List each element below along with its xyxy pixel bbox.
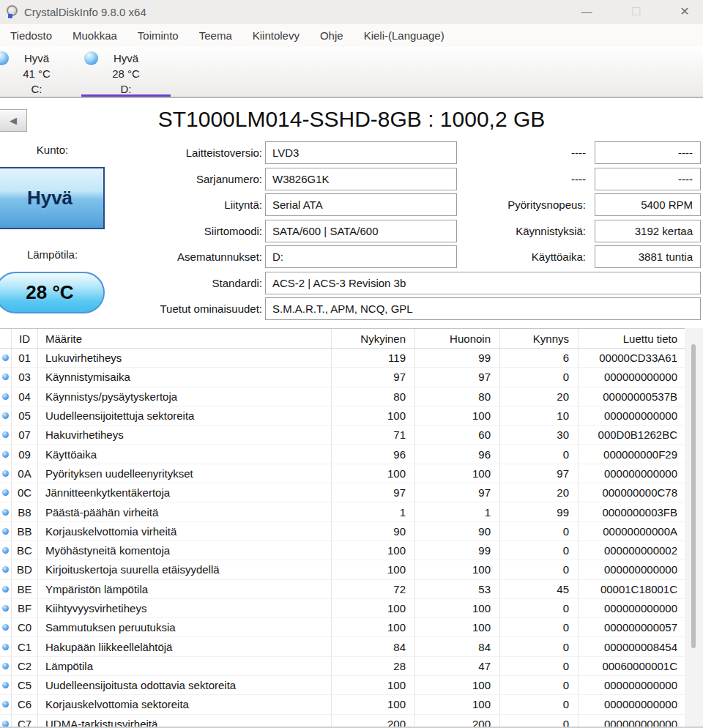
- field-value-box: ACS-2 | ACS-3 Revision 3b: [265, 272, 701, 294]
- raw-value-cell: 00000000537B: [579, 387, 685, 406]
- info-field-row: Sarjanumero: W3826G1K ---- ----: [0, 168, 703, 190]
- raw-value-cell: 00000000000A: [579, 522, 685, 541]
- smart-table-row[interactable]: C0 Sammutuksen peruutuksia 100 100 0 000…: [0, 618, 685, 637]
- worst-cell: 99: [415, 349, 500, 367]
- status-dot-icon: [2, 528, 9, 535]
- current-cell: 100: [332, 560, 415, 579]
- status-cell: [0, 502, 12, 521]
- scrollbar-thumb[interactable]: [691, 344, 696, 648]
- info-field-row-wide: Tuetut ominaisuudet: S.M.A.R.T., APM, NC…: [0, 297, 703, 320]
- smart-table-row[interactable]: B8 Päästä-päähän virheitä 1 1 99 0000000…: [0, 502, 685, 521]
- id-cell: BB: [12, 522, 38, 541]
- attribute-cell: Kiihtyvyysvirhetiheys: [38, 599, 332, 617]
- worst-cell: 100: [415, 676, 500, 694]
- raw-value-cell: 000000000000: [579, 406, 685, 425]
- smart-table-row[interactable]: C1 Hakupään liikkeellelähtöjä 84 84 0 00…: [0, 637, 685, 656]
- health-orb-icon: [84, 51, 98, 65]
- attribute-cell: Käyttöaika: [38, 445, 332, 463]
- id-cell: C6: [12, 695, 38, 713]
- worst-cell: 100: [415, 406, 500, 425]
- menu-item[interactable]: Teema: [189, 24, 242, 47]
- field-label: Liityntä:: [110, 193, 262, 216]
- threshold-cell: 45: [500, 580, 579, 598]
- smart-table-row[interactable]: C2 Lämpötila 28 47 0 00060000001C: [0, 657, 685, 676]
- status-dot-icon: [2, 354, 9, 361]
- attribute-cell: Kirjoituskertoja suurella etäisyydellä: [38, 560, 332, 579]
- current-cell: 100: [332, 406, 415, 425]
- smart-table-row[interactable]: C6 Korjauskelvottomia sektoreita 100 100…: [0, 695, 685, 714]
- field-label: Siirtomoodi:: [110, 220, 262, 242]
- worst-cell: 1: [415, 502, 500, 521]
- drive-tab[interactable]: Hyvä 28 °C D:: [81, 47, 171, 97]
- menu-item[interactable]: Muokkaa: [62, 24, 127, 47]
- field-value-box-right: 3192 kertaa: [595, 220, 701, 242]
- menu-item[interactable]: Toiminto: [127, 24, 189, 47]
- smart-table-row[interactable]: BB Korjauskelvottomia virheitä 90 90 0 0…: [0, 522, 685, 541]
- smart-table-row[interactable]: 0A Pyörityksen uudelleenyritykset 100 10…: [0, 464, 685, 483]
- smart-table-row[interactable]: BE Ympäristön lämpötila 72 53 45 00001C1…: [0, 580, 685, 599]
- table-scrollbar[interactable]: [685, 328, 703, 728]
- status-dot-icon: [2, 624, 9, 631]
- menu-item[interactable]: Kieli-(Language): [354, 24, 455, 47]
- menu-item[interactable]: Kiintolevy: [242, 24, 310, 47]
- field-value-box: D:: [265, 245, 457, 268]
- previous-disk-button[interactable]: ◀: [0, 109, 27, 132]
- smart-table-row[interactable]: 04 Käynnistys/pysäytyskertoja 80 80 20 0…: [0, 387, 685, 406]
- smart-table-row[interactable]: BF Kiihtyvyysvirhetiheys 100 100 0 00000…: [0, 599, 685, 618]
- maximize-button[interactable]: ☐: [620, 0, 653, 24]
- field-value-box: S.M.A.R.T., APM, NCQ, GPL: [265, 297, 701, 320]
- status-cell: [0, 695, 12, 713]
- raw-value-cell: 000000000002: [579, 541, 685, 560]
- info-field-row: Laitteistoversio: LVD3 ---- ----: [0, 141, 703, 164]
- attribute-cell: Myöhästyneitä komentoja: [38, 541, 332, 560]
- smart-table-row[interactable]: 09 Käyttöaika 96 96 0 000000000F29: [0, 445, 685, 464]
- attribute-cell: Ympäristön lämpötila: [38, 580, 332, 598]
- smart-table-row[interactable]: 03 Käynnistymisaika 97 97 0 000000000000: [0, 368, 685, 387]
- current-cell: 80: [332, 387, 415, 406]
- worst-cell: 99: [415, 541, 500, 560]
- menu-bar: Tiedosto Muokkaa Toiminto Teema Kiintole…: [0, 24, 703, 47]
- status-dot-icon: [2, 605, 9, 612]
- id-cell: C0: [12, 618, 38, 636]
- worst-cell: 53: [415, 580, 500, 598]
- selected-underline: [81, 94, 171, 97]
- current-cell: 100: [332, 599, 415, 617]
- status-cell: [0, 522, 12, 541]
- threshold-cell: 20: [500, 483, 579, 502]
- status-cell: [0, 618, 12, 636]
- field-label: Standardi:: [110, 272, 262, 294]
- smart-table-row[interactable]: 01 Lukuvirhetiheys 119 99 6 00000CD33A61: [0, 349, 685, 368]
- threshold-cell: 0: [500, 618, 579, 636]
- threshold-cell: 20: [500, 387, 579, 406]
- drive-tab[interactable]: Hyvä 41 °C C:: [0, 47, 81, 97]
- status-dot-icon: [2, 393, 9, 400]
- menu-item[interactable]: Tiedosto: [0, 24, 62, 47]
- smart-table-row[interactable]: BD Kirjoituskertoja suurella etäisyydell…: [0, 560, 685, 579]
- worst-cell: 100: [415, 695, 500, 713]
- raw-value-cell: 000000000C78: [579, 483, 685, 502]
- minimize-button[interactable]: —: [570, 0, 603, 24]
- id-cell: 01: [12, 349, 38, 367]
- menu-item[interactable]: Ohje: [310, 24, 354, 47]
- info-field-row: Siirtomoodi: SATA/600 | SATA/600 Käynnis…: [0, 220, 703, 242]
- threshold-cell: 0: [500, 695, 579, 713]
- close-button[interactable]: ✕: [668, 0, 702, 24]
- status-dot-icon: [2, 509, 9, 516]
- smart-table-row[interactable]: 07 Hakuvirhetiheys 71 60 30 000D0B1262BC: [0, 426, 685, 445]
- attribute-cell: Päästä-päähän virheitä: [38, 502, 332, 521]
- smart-table-row[interactable]: C5 Uudelleensijoitusta odottavia sektore…: [0, 676, 685, 695]
- threshold-cell: 0: [500, 522, 579, 541]
- status-cell: [0, 445, 12, 463]
- smart-table-row[interactable]: 05 Uudelleensijoitettuja sektoreita 100 …: [0, 406, 685, 426]
- attribute-column-header: Määrite: [38, 329, 332, 348]
- app-icon: [6, 5, 19, 18]
- smart-table-row[interactable]: BC Myöhästyneitä komentoja 100 99 0 0000…: [0, 541, 685, 560]
- smart-table-row[interactable]: 0C Jännitteenkytkentäkertoja 97 97 20 00…: [0, 483, 685, 502]
- field-label-right: Käyttöaika:: [460, 245, 586, 268]
- drive-temperature: 28 °C: [81, 66, 171, 81]
- threshold-cell: 0: [500, 445, 579, 463]
- attribute-cell: Hakuvirhetiheys: [38, 426, 332, 444]
- current-cell: 96: [332, 445, 415, 463]
- threshold-cell: 6: [500, 349, 579, 367]
- worst-cell: 100: [415, 599, 500, 617]
